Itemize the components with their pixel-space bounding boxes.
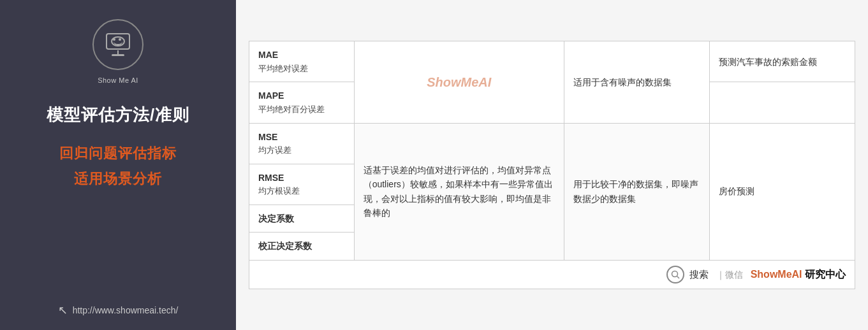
metric-cn-mse: 均方误差 <box>258 144 345 157</box>
sidebar-title: 模型评估方法/准则 <box>47 103 189 126</box>
search-circle-icon <box>666 266 684 283</box>
metric-cell-mape: MAPE 平均绝对百分误差 <box>249 82 355 123</box>
desc-cell-1: ShowMeAI <box>354 41 564 123</box>
example-cell-mse: 房价预测 <box>709 123 855 260</box>
sidebar-subtitle1: 回归问题评估指标 <box>59 144 177 163</box>
table-watermark: ShowMeAI <box>364 72 555 92</box>
cursor-icon: ↖ <box>58 303 68 317</box>
metric-cell-r2: 决定系数 <box>249 204 355 232</box>
metric-cell-rmse: RMSE 均方根误差 <box>249 164 355 204</box>
right-eye <box>119 38 121 41</box>
eyes <box>113 38 121 41</box>
metric-name-r2adj: 校正决定系数 <box>258 239 345 253</box>
sidebar-url: http://www.showmeai.tech/ <box>73 305 179 315</box>
metric-name-rmse: RMSE <box>258 171 345 185</box>
example-cell-mae: 预测汽车事故的索赔金额 <box>709 41 855 82</box>
metric-cell-mse: MSE 均方误差 <box>249 123 355 164</box>
search-icon <box>671 270 680 279</box>
tv-screen <box>106 33 130 50</box>
applicable-cell-2: 用于比较干净的数据集，即噪声数据少的数据集 <box>564 123 709 260</box>
table-row: MAE 平均绝对误差 ShowMeAI 适用于含有噪声的数据集 预测汽车事故的索… <box>249 41 855 82</box>
table-row: MSE 均方误差 适基于误差的均值对进行评估的，均值对异常点（outliers）… <box>249 123 855 164</box>
search-brand: ShowMeAI 研究中心 <box>751 266 846 283</box>
search-divider: ｜微信 <box>716 268 743 282</box>
svg-line-1 <box>677 276 679 278</box>
search-brand-showmeai: ShowMeAI <box>751 269 802 280</box>
left-eye <box>113 38 115 41</box>
search-bar-cell: 搜索 ｜微信 ShowMeAI 研究中心 <box>249 260 855 289</box>
face-icon <box>111 36 125 47</box>
sidebar-footer: ↖ http://www.showmeai.tech/ <box>58 291 179 317</box>
tv-icon <box>106 33 130 56</box>
logo-area: Show Me AI <box>92 19 143 84</box>
main-content: ShowMeAI MAE 平均绝对误差 ShowMeAI 适用于含有噪声的数据集… <box>236 0 868 330</box>
search-brand-suffix: 研究中心 <box>805 269 846 280</box>
metric-cn-mape: 平均绝对百分误差 <box>258 103 345 117</box>
search-bar-row: 搜索 ｜微信 ShowMeAI 研究中心 <box>249 260 855 289</box>
svg-point-0 <box>672 271 677 276</box>
desc-cell-2: 适基于误差的均值对进行评估的，均值对异常点（outliers）较敏感，如果样本中… <box>354 123 564 260</box>
metric-name-mse: MSE <box>258 130 345 144</box>
logo-text: Show Me AI <box>98 76 138 84</box>
metric-cn-rmse: 均方根误差 <box>258 185 345 198</box>
search-label: 搜索 <box>689 267 709 282</box>
metric-name-mae: MAE <box>258 48 345 62</box>
metric-name-r2: 决定系数 <box>258 212 345 226</box>
sidebar: Show Me AI 模型评估方法/准则 回归问题评估指标 适用场景分析 ↖ h… <box>0 0 236 330</box>
metric-name-mape: MAPE <box>258 89 345 103</box>
metric-cell-mae: MAE 平均绝对误差 <box>249 41 355 82</box>
example-cell-mape <box>709 82 855 123</box>
sidebar-subtitle2: 适用场景分析 <box>74 169 162 189</box>
metric-cell-r2adj: 校正决定系数 <box>249 233 355 260</box>
metric-cn-mae: 平均绝对误差 <box>258 62 345 76</box>
search-bar: 搜索 ｜微信 ShowMeAI 研究中心 <box>249 261 855 289</box>
eval-table: MAE 平均绝对误差 ShowMeAI 适用于含有噪声的数据集 预测汽车事故的索… <box>249 41 855 289</box>
applicable-cell-1: 适用于含有噪声的数据集 <box>564 41 709 123</box>
logo-icon <box>92 19 143 70</box>
tv-base <box>112 54 124 56</box>
